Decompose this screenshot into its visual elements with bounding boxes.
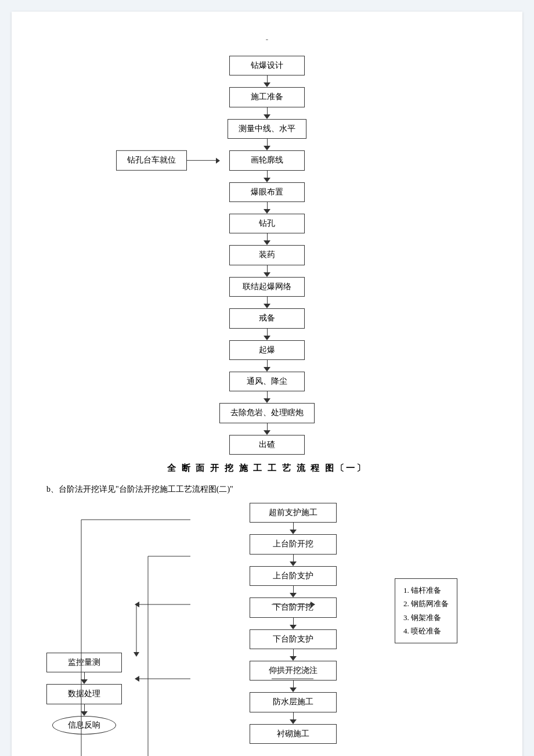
fc2-c-box-3: 下台阶支护	[250, 629, 337, 649]
prep-line-1: 2. 钢筋网准备	[403, 597, 449, 610]
fc2-c-box-6: 衬砌施工	[250, 724, 337, 744]
fc2-layout: 监控量测 数据处理 信息反响 超前支护施工	[46, 503, 488, 744]
fc2-center-column: 超前支护施工 上台阶开挖 上台阶支护 下台阶开挖	[122, 503, 395, 744]
fc2-c-box-2: 下台阶开挖	[250, 597, 337, 617]
fc1-box-9: 起爆	[229, 340, 305, 360]
fc1-box-1: 施工准备	[229, 87, 305, 107]
prep-line-2: 3. 钢架准备	[403, 611, 449, 624]
page: - 钻爆设计 施工准备 测量中线、水平	[12, 12, 522, 756]
fc1-side-box: 钻孔台车就位	[116, 150, 187, 170]
fc2-right-prep-box: 1. 锚杆准备 2. 钢筋网准备 3. 钢架准备 4. 喷砼准备	[395, 578, 457, 643]
fc2-c-box-1: 上台阶支护	[250, 566, 337, 586]
fc2-c-box-0: 上台阶开挖	[250, 534, 337, 554]
fc1-box-2: 测量中线、水平	[228, 119, 306, 139]
fc2-center-top: 超前支护施工	[250, 503, 337, 523]
fc1-box-0: 钻爆设计	[229, 56, 305, 75]
fc1-box-7: 联结起爆网络	[229, 277, 305, 297]
arrow1	[264, 75, 270, 87]
prep-line-3: 4. 喷砼准备	[403, 624, 449, 638]
fc2-c-box-4: 仰拱开挖浇注	[250, 661, 337, 681]
fc1-box-12: 出碴	[229, 435, 305, 455]
fc2-c-box-5: 防水层施工	[250, 692, 337, 712]
fc2-left-box-1: 数据处理	[46, 684, 122, 704]
prep-line-0: 1. 锚杆准备	[403, 584, 449, 597]
fc1-box-10: 通风、降尘	[229, 372, 305, 391]
fc2-right-column: 1. 锚杆准备 2. 钢筋网准备 3. 钢架准备 4. 喷砼准备	[395, 503, 488, 744]
fc1-box-11: 去除危岩、处理瞎炮	[219, 403, 315, 423]
fc1-box-8: 戒备	[229, 308, 305, 328]
flowchart2: 监控量测 数据处理 信息反响 超前支护施工	[46, 503, 488, 744]
caption1: 全 断 面 开 挖 施 工 工 艺 流 程 图〔一〕	[46, 463, 488, 474]
flowchart1: 钻爆设计 施工准备 测量中线、水平 钻孔台车就位	[46, 56, 488, 455]
fc1-box-5: 钻孔	[229, 214, 305, 233]
dot-top: -	[46, 35, 488, 44]
fc2-left-column: 监控量测 数据处理 信息反响	[46, 503, 122, 744]
fc1-box-3: 画轮廓线	[229, 150, 305, 170]
fc2-left-box-2: 信息反响	[52, 716, 116, 735]
fc2-left-box-0: 监控量测	[46, 653, 122, 672]
section-b-text: b、台阶法开挖详见"台阶法开挖施工工艺流程图(二)"	[46, 484, 488, 495]
fc1-box-6: 装药	[229, 245, 305, 265]
fc1-box-4: 爆眼布置	[229, 182, 305, 202]
